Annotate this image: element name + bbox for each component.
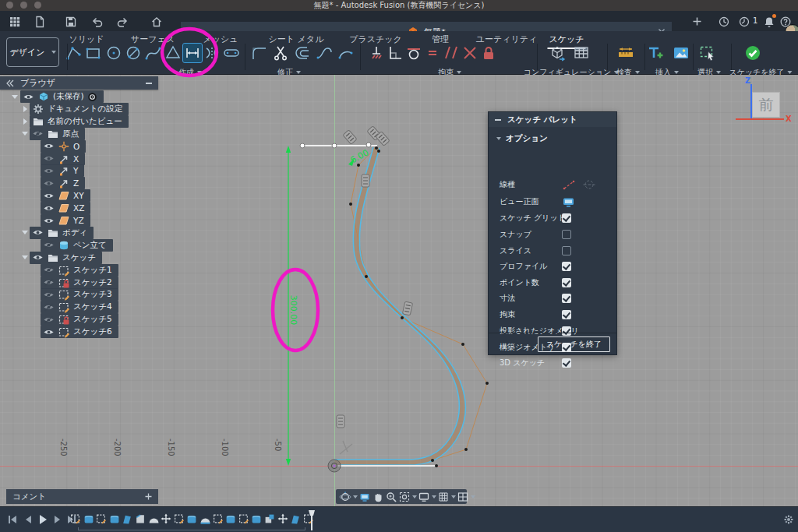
timeline-feature-loft[interactable] [290,513,301,524]
close-window-button[interactable] [6,2,13,9]
tree-node-chip[interactable]: YZ [41,214,90,227]
viewcube[interactable]: 前 [752,92,780,118]
tree-caret-icon[interactable] [21,255,29,259]
visibility-eye-icon[interactable] [43,203,55,214]
visibility-eye-icon[interactable] [43,153,55,164]
timeline-feature-combine[interactable] [264,513,275,524]
offset-tool-icon[interactable] [294,44,312,62]
apps-grid-icon[interactable] [8,15,21,28]
config-cube-tool-icon[interactable] [549,44,567,62]
select-marquee-tool-icon[interactable] [698,44,717,62]
tree-node-chip[interactable]: X [41,153,85,165]
checkbox-checked[interactable] [562,262,571,271]
visibility-eye-icon[interactable] [43,239,55,251]
checkbox-checked[interactable] [562,310,571,319]
tree-node-chip[interactable]: 原点 [30,128,85,140]
timeline-feature-sketch[interactable] [70,513,81,524]
tree-node-chip[interactable]: スケッチ5 [41,313,118,326]
traffic-lights[interactable] [6,2,41,9]
circle-tool-icon[interactable] [104,44,123,62]
browser-panel-header[interactable]: ブラウザ [0,76,158,90]
fit-icon[interactable] [398,491,411,503]
symmetry-tool-icon[interactable] [461,44,479,62]
visibility-eye-icon[interactable] [43,289,55,301]
workspace-selector[interactable]: デザイン [6,37,59,67]
timeline-feature-sketch[interactable] [174,513,185,524]
orbit-icon[interactable] [339,491,351,503]
chevron-down-icon[interactable] [432,495,436,499]
sketch-dimension-tool-icon[interactable] [183,44,202,62]
tree-node-chip[interactable]: スケッチ [30,252,102,264]
mirror-tool-icon[interactable] [203,44,221,62]
visibility-eye-icon[interactable] [43,277,55,288]
timeline-feature-loft[interactable] [122,513,132,524]
visibility-eye-icon[interactable] [32,252,44,263]
minimize-window-button[interactable] [20,2,27,9]
tree-node-chip[interactable]: ペン立て [41,239,113,252]
tree-node-chip[interactable]: 名前の付いたビュー [30,115,129,128]
tree-node-chip[interactable]: XY [41,189,90,202]
timeline-feature-sketch[interactable] [238,513,249,524]
visibility-eye-icon[interactable] [43,264,55,276]
fillet-tool-icon[interactable] [250,44,269,62]
visibility-eye-icon[interactable] [43,178,55,189]
timeline-feature-dome-blue[interactable] [200,513,210,524]
config-table-tool-icon[interactable] [572,44,591,62]
maximize-window-button[interactable] [34,2,41,9]
visibility-eye-icon[interactable] [43,190,55,202]
visibility-eye-icon[interactable] [43,314,55,326]
checkbox-checked[interactable] [562,294,571,303]
timeline-feature-sketch[interactable] [213,513,224,524]
visibility-eye-icon[interactable] [43,326,55,338]
tree-node-chip[interactable]: O [41,140,86,153]
timeline-feature-solid[interactable] [109,513,120,524]
checkbox-checked[interactable] [562,278,571,287]
text-insert-tool-icon[interactable] [646,44,665,62]
undo-icon[interactable] [90,15,104,28]
timeline-position-marker[interactable] [308,510,316,530]
equal-tool-icon[interactable] [423,44,442,62]
construction-linetype-icon[interactable] [562,178,576,191]
tree-node-chip[interactable]: XZ [41,202,90,214]
finish-sketch-tool-icon[interactable] [743,44,762,62]
timeline-settings-gear-icon[interactable] [782,513,795,526]
timeline-feature-solid[interactable] [83,513,94,524]
tree-caret-icon[interactable] [11,95,19,99]
pan-hand-icon[interactable] [372,491,384,503]
comment-bar[interactable]: コメント [6,489,158,504]
timeline-feature-dome[interactable] [148,513,159,524]
visibility-eye-icon[interactable] [43,301,55,313]
lookat-box-icon[interactable] [358,491,371,503]
rectangle-tool-icon[interactable] [84,44,103,62]
polygon-tool-icon[interactable] [164,44,182,62]
add-comment-icon[interactable] [145,493,152,500]
finish-sketch-button[interactable]: スケッチを終了 [538,336,610,352]
visibility-eye-icon[interactable] [43,165,55,177]
tree-node-chip[interactable]: Y [41,164,84,177]
checkbox-checked[interactable] [562,358,571,368]
timeline-feature-chamfer[interactable] [135,513,146,524]
tree-caret-icon[interactable] [21,118,29,125]
perpendicular-tool-icon[interactable] [386,44,404,62]
measure-tool-icon[interactable] [616,44,635,62]
viewports-icon[interactable] [457,491,469,503]
extension-icon[interactable] [737,15,750,28]
tree-node-chip[interactable]: ドキュメントの設定 [30,103,129,115]
tree-node-chip[interactable]: スケッチ6 [41,326,118,338]
display-settings-icon[interactable] [418,491,430,503]
look-at-icon[interactable] [562,196,575,208]
tree-caret-icon[interactable] [21,231,29,234]
image-insert-tool-icon[interactable] [672,44,690,62]
tree-node-chip[interactable]: スケッチ2 [41,277,118,289]
trim-tool-icon[interactable] [272,44,291,62]
tree-node-chip[interactable]: スケッチ1 [41,264,118,277]
two-point-circle-tool-icon[interactable] [124,44,143,62]
sketch-palette-header[interactable]: スケッチ パレット [489,112,616,127]
checkbox-unchecked[interactable] [562,246,571,255]
chevron-down-icon[interactable] [353,495,358,499]
timeline-feature-solid[interactable] [186,513,197,524]
tree-caret-icon[interactable] [21,106,29,112]
tree-node-chip[interactable]: スケッチ3 [41,288,118,301]
timeline-feature-move[interactable] [277,513,288,524]
minimize-panel-icon[interactable] [146,83,152,84]
